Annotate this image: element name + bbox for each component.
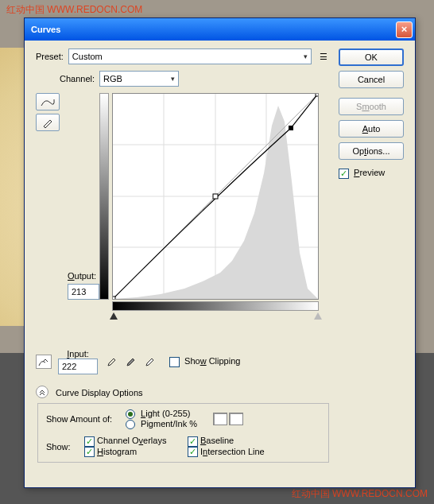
options-button[interactable]: Options... [339,142,404,160]
preset-label: Preset: [36,52,64,61]
on-image-adjust-icon[interactable] [36,355,52,369]
pencil-tool-button[interactable] [36,114,60,131]
eyedropper-black-icon[interactable] [104,355,117,368]
show-clipping-checkbox[interactable] [169,357,180,367]
chevron-down-icon: ▾ [171,75,175,83]
baseline-checkbox[interactable]: ✓ [188,436,198,447]
eyedropper-gray-icon[interactable] [123,355,136,368]
preview-checkbox[interactable]: ✓ [339,169,349,179]
curve-icon [41,96,55,107]
channel-overlays-checkbox[interactable]: ✓ [84,436,95,447]
curve-tool-button[interactable] [36,93,60,110]
dialog-title: Curves [31,25,60,34]
watermark-bottom: 红动中国 WWW.REDOCN.COM [292,487,428,501]
black-point-slider[interactable] [110,312,118,320]
input-input[interactable]: 222 [58,359,98,374]
grid-fine-icon[interactable] [229,413,243,425]
titlebar[interactable]: Curves × [25,18,415,41]
close-button[interactable]: × [396,21,413,38]
curves-svg [113,94,318,299]
curve-display-toggle[interactable] [36,386,48,398]
intersection-checkbox[interactable]: ✓ [188,447,198,457]
light-radio[interactable] [126,409,135,419]
preset-value: Custom [72,52,103,61]
grid-coarse-icon[interactable] [213,413,227,425]
curve-display-label: Curve Display Options [56,388,142,397]
input-gradient [112,301,319,311]
pigment-radio[interactable] [126,420,135,429]
light-label: Light (0-255) [141,409,190,418]
channel-overlays-label: Channel Overlays [97,436,166,445]
baseline-label: Baseline [200,436,234,445]
output-input[interactable]: 213 [68,284,99,300]
svg-rect-9 [289,126,293,130]
curve-display-fieldset: Show Amount of: Light (0-255) Pigment/In… [37,403,329,463]
cancel-button[interactable]: Cancel [339,71,404,88]
chevron-down-icon: ▾ [304,52,308,60]
preset-select[interactable]: Custom ▾ [68,48,312,64]
curves-dialog: Curves × Preset: Custom ▾ ☰ Channel: RGB… [24,17,416,488]
white-point-slider[interactable] [314,312,322,320]
channel-value: RGB [103,74,122,83]
intersection-label: Intersection Line [200,447,265,456]
show-label: Show: [46,442,84,452]
pencil-icon [42,117,53,128]
channel-select[interactable]: RGB ▾ [99,71,179,87]
histogram-label: Histogram [97,447,137,456]
eyedropper-white-icon[interactable] [142,355,155,368]
output-label: Output: [68,271,103,281]
output-gradient [99,93,109,300]
grid-size-icons[interactable] [213,413,245,425]
smooth-button[interactable]: Smooth [339,98,404,115]
curves-graph[interactable] [112,93,319,300]
svg-rect-7 [113,297,115,299]
watermark-top: 红动中国 WWW.REDOCN.COM [6,3,142,17]
auto-button[interactable]: Auto [339,120,404,138]
show-clipping-label: Show Clipping [184,356,240,366]
input-label: Input: [58,349,98,359]
preset-menu-icon[interactable]: ☰ [316,49,331,64]
histogram-checkbox[interactable]: ✓ [84,447,95,457]
svg-rect-10 [316,94,318,96]
show-amount-label: Show Amount of: [46,414,126,424]
pigment-label: Pigment/Ink % [141,419,197,428]
ok-button[interactable]: OK [339,48,404,66]
channel-label: Channel: [60,74,95,83]
svg-rect-8 [213,194,218,199]
preview-label: Preview [354,168,385,177]
